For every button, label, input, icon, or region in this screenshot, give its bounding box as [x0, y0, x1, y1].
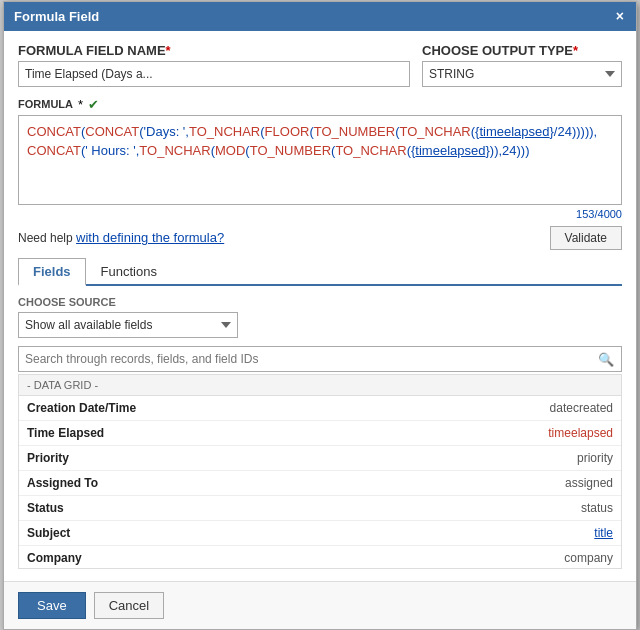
- validate-button[interactable]: Validate: [550, 226, 622, 250]
- field-id-creation-datetime: datecreated: [550, 401, 613, 415]
- field-name-group: FORMULA FIELD NAME*: [18, 43, 410, 87]
- field-name-priority: Priority: [27, 451, 577, 465]
- formula-label-row: FORMULA* ✔: [18, 97, 622, 112]
- field-row-subject[interactable]: Subject title: [19, 521, 621, 546]
- formula-field-dialog: Formula Field × FORMULA FIELD NAME* CHOO…: [3, 1, 637, 630]
- formula-valid-checkmark: ✔: [88, 97, 99, 112]
- field-name-company: Company: [27, 551, 564, 565]
- field-name-input[interactable]: [18, 61, 410, 87]
- field-id-time-elapsed: timeelapsed: [548, 426, 613, 440]
- tab-fields[interactable]: Fields: [18, 258, 86, 286]
- field-row-assigned-to[interactable]: Assigned To assigned: [19, 471, 621, 496]
- field-name-time-elapsed: Time Elapsed: [27, 426, 548, 440]
- source-select[interactable]: Show all available fields: [18, 312, 238, 338]
- search-input[interactable]: [18, 346, 622, 372]
- field-id-subject: title: [594, 526, 613, 540]
- formula-fn-concat1: CONCAT: [27, 124, 81, 139]
- formula-text: CONCAT(CONCAT('Days: ',TO_NCHAR(FLOOR(TO…: [27, 122, 613, 161]
- choose-source-label: CHOOSE SOURCE: [18, 296, 622, 308]
- field-row-time-elapsed[interactable]: Time Elapsed timeelapsed: [19, 421, 621, 446]
- field-name-status: Status: [27, 501, 581, 515]
- output-type-select[interactable]: STRING NUMBER DATE: [422, 61, 622, 87]
- search-icon: 🔍: [598, 351, 614, 366]
- help-validate-row: Need help with defining the formula? Val…: [18, 226, 622, 250]
- fields-section-header: - DATA GRID -: [19, 375, 621, 396]
- field-name-label: FORMULA FIELD NAME*: [18, 43, 410, 58]
- field-id-priority: priority: [577, 451, 613, 465]
- output-type-group: CHOOSE OUTPUT TYPE* STRING NUMBER DATE: [422, 43, 622, 87]
- field-row-company[interactable]: Company company: [19, 546, 621, 569]
- field-id-status: status: [581, 501, 613, 515]
- output-type-label: CHOOSE OUTPUT TYPE*: [422, 43, 622, 58]
- formula-counter: 153/4000: [18, 208, 622, 220]
- dialog-footer: Save Cancel: [4, 581, 636, 629]
- fields-list: - DATA GRID - Creation Date/Time datecre…: [18, 374, 622, 569]
- help-link[interactable]: with defining the formula?: [76, 230, 224, 245]
- field-row-creation-datetime[interactable]: Creation Date/Time datecreated: [19, 396, 621, 421]
- field-name-subject: Subject: [27, 526, 594, 540]
- search-row: 🔍: [18, 346, 622, 372]
- form-top-row: FORMULA FIELD NAME* CHOOSE OUTPUT TYPE* …: [18, 43, 622, 87]
- dialog-body: FORMULA FIELD NAME* CHOOSE OUTPUT TYPE* …: [4, 31, 636, 581]
- formula-label: FORMULA: [18, 98, 73, 110]
- dialog-title: Formula Field: [14, 9, 99, 24]
- formula-editor[interactable]: CONCAT(CONCAT('Days: ',TO_NCHAR(FLOOR(TO…: [18, 115, 622, 205]
- tab-functions[interactable]: Functions: [86, 258, 172, 286]
- field-row-status[interactable]: Status status: [19, 496, 621, 521]
- field-name-creation-datetime: Creation Date/Time: [27, 401, 550, 415]
- close-button[interactable]: ×: [614, 9, 626, 23]
- cancel-button[interactable]: Cancel: [94, 592, 164, 619]
- save-button[interactable]: Save: [18, 592, 86, 619]
- field-row-priority[interactable]: Priority priority: [19, 446, 621, 471]
- field-id-assigned-to: assigned: [565, 476, 613, 490]
- help-text: Need help with defining the formula?: [18, 230, 224, 245]
- field-name-assigned-to: Assigned To: [27, 476, 565, 490]
- tabs-row: Fields Functions: [18, 258, 622, 286]
- source-select-wrapper: Show all available fields: [18, 312, 238, 338]
- field-id-company: company: [564, 551, 613, 565]
- dialog-header: Formula Field ×: [4, 2, 636, 31]
